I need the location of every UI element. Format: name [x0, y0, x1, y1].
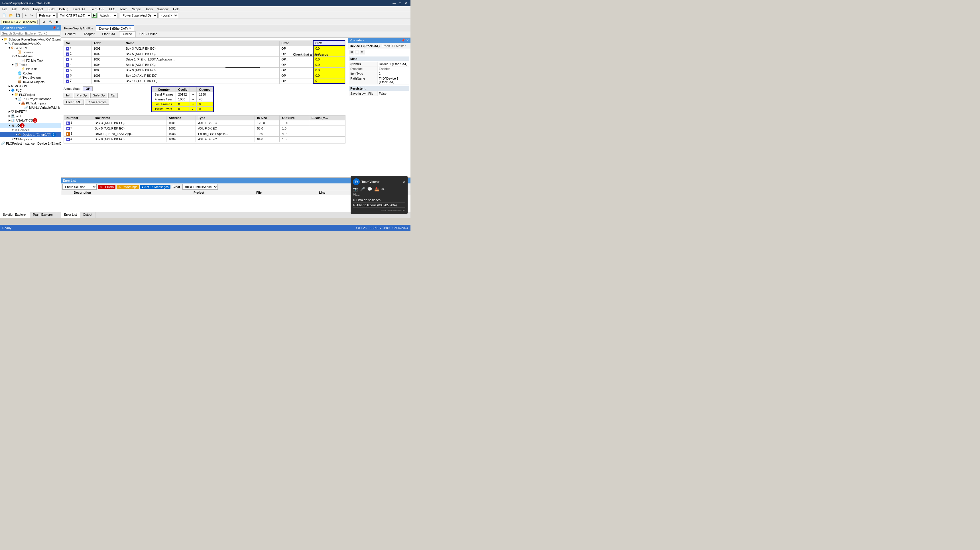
menu-edit[interactable]: Edit	[10, 6, 20, 12]
tree-arrow-rt[interactable]: ▼	[11, 55, 14, 57]
tab-output[interactable]: Output	[80, 212, 95, 218]
device-tab-online[interactable]: Online	[119, 31, 136, 37]
tv-icon-camera[interactable]: 📷	[353, 187, 358, 191]
tree-plctask[interactable]: ⚡ PlcTask	[0, 67, 61, 71]
tree-plcproject[interactable]: ▼ 📁 PLCProject	[0, 92, 61, 97]
tree-mappings[interactable]: ▼ 🗺 Mappings	[0, 137, 61, 141]
btn-init[interactable]: Init	[64, 93, 73, 98]
tree-solution[interactable]: ▼ 📁 Solution 'PowerSupplyAndIOs' (1 proj…	[0, 37, 61, 41]
menu-build[interactable]: Build	[45, 6, 57, 12]
tree-safety[interactable]: ▶ 🛡 SAFETY	[0, 110, 61, 113]
tree-arrow-solution[interactable]: ▼	[1, 38, 4, 41]
tree-io[interactable]: ▼ 🔌 I/O 1	[0, 123, 61, 128]
error-build-dropdown[interactable]: Build + IntelliSense	[183, 184, 218, 190]
tree-arrow-map[interactable]: ▼	[11, 138, 14, 140]
tv-icon-share[interactable]: 📤	[374, 187, 379, 191]
menu-help[interactable]: Help	[171, 6, 182, 12]
close-button[interactable]: ✕	[403, 2, 408, 5]
tree-arrow-cpp[interactable]: ▶	[8, 115, 11, 117]
tree-analytics[interactable]: ▶ 📊 ANALYTICS 1	[0, 118, 61, 123]
tree-plcinputs[interactable]: ▼ 📥 PlcTask Inputs	[0, 101, 61, 105]
save-button[interactable]: 💾	[15, 13, 21, 18]
tree-arrow-analytics[interactable]: ▶	[8, 119, 11, 122]
se-pin-icon[interactable]: 📌	[52, 26, 56, 30]
menu-project[interactable]: Project	[31, 6, 45, 12]
btn-preop[interactable]: Pre-Op	[74, 93, 89, 98]
target-dropdown[interactable]: <Local>	[158, 13, 178, 18]
tab-team-explorer[interactable]: Team Explorer	[30, 212, 56, 218]
tree-realtime[interactable]: ▼ ⏱ Real-Time	[0, 54, 61, 58]
configuration-dropdown[interactable]: Release	[37, 13, 57, 18]
tree-mainvar[interactable]: 🔗 MAIN.bVariableToLink	[0, 105, 61, 110]
tree-arrow-io2[interactable]: ▼	[8, 124, 11, 127]
menu-plc[interactable]: PLC	[107, 6, 118, 12]
attach-dropdown[interactable]: Attach...	[97, 13, 118, 18]
tree-arrow-ps[interactable]: ▼	[5, 42, 7, 45]
tab-error-list[interactable]: Error List	[61, 212, 80, 218]
tree-arrow-dev1[interactable]: ▼	[15, 133, 18, 136]
tree-license[interactable]: 📜 License	[0, 50, 61, 54]
tree-plcdevice[interactable]: 🔗 PLCProject Instance - Device 1 (EtherC…	[0, 141, 61, 145]
build-btn2[interactable]: 🔨	[48, 19, 54, 24]
tree-cpp[interactable]: ▶ 💻 C++	[0, 113, 61, 118]
tree-plcinstance[interactable]: ▼ 📄 PLCProject Instance	[0, 97, 61, 101]
tree-tccom[interactable]: 📦 TcCOM Objects	[0, 80, 61, 84]
tree-system[interactable]: ▼ ⚙ SYSTEM	[0, 46, 61, 50]
menu-view[interactable]: View	[20, 6, 31, 12]
tree-arrow-plc[interactable]: ▼	[8, 89, 11, 92]
tree-arrow-plcproj[interactable]: ▼	[11, 93, 14, 96]
se-close-icon[interactable]: ✕	[57, 26, 59, 30]
menu-twincat[interactable]: TwinCAT	[71, 6, 88, 12]
tv-icon-pencil[interactable]: ✏	[382, 187, 385, 191]
open-button[interactable]: 📂	[8, 13, 14, 18]
tree-motion[interactable]: ▶ ⚙ MOTION	[0, 84, 61, 88]
menu-window[interactable]: Window	[155, 6, 171, 12]
props-btn2[interactable]: ⊟	[355, 49, 360, 54]
menu-twinsafe[interactable]: TwinSAFE	[88, 6, 107, 12]
search-input[interactable]	[0, 31, 60, 36]
tree-arrow-inputs[interactable]: ▼	[18, 102, 21, 105]
tree-ioidletask[interactable]: 📋 I/O Idle Task	[0, 58, 61, 62]
menu-team[interactable]: Team	[118, 6, 130, 12]
tv-close-button[interactable]: ✕	[403, 180, 405, 184]
minimize-button[interactable]: —	[391, 2, 397, 5]
menu-tools[interactable]: Tools	[143, 6, 155, 12]
tree-arrow-plcinst[interactable]: ▼	[15, 97, 18, 100]
tv-icon-mic[interactable]: 🎤	[360, 187, 365, 191]
undo-button[interactable]: ↩	[24, 13, 29, 18]
menu-debug[interactable]: Debug	[57, 6, 70, 12]
tree-arrow-motion[interactable]: ▶	[8, 85, 11, 88]
build-btn1[interactable]: ⚙	[41, 19, 46, 24]
tab-solution-explorer[interactable]: Solution Explorer	[0, 212, 30, 218]
redo-button[interactable]: ↪	[29, 13, 34, 18]
tree-tasks[interactable]: ▼ 📋 Tasks	[0, 62, 61, 67]
tv-session-1[interactable]: ▶ Lista de sesiones	[353, 198, 405, 202]
menu-scope[interactable]: Scope	[130, 6, 143, 12]
window-controls[interactable]: — □ ✕	[391, 2, 408, 5]
props-btn3[interactable]: ✏	[360, 49, 365, 54]
run-button[interactable]: ▶	[92, 13, 97, 18]
tree-routes[interactable]: 🌐 Routes	[0, 71, 61, 75]
btn-clear-frames[interactable]: Clear Frames	[85, 100, 109, 105]
tab-device1[interactable]: Device 1 (EtherCAT) ✕	[96, 25, 135, 31]
tab-powersupply[interactable]: PowerSupplyAndIOs	[61, 25, 96, 31]
tab-dev1-close[interactable]: ✕	[129, 27, 131, 30]
btn-op[interactable]: Op	[108, 93, 118, 98]
new-button[interactable]: 📄	[1, 13, 7, 18]
tree-arrow-devices[interactable]: ▼	[11, 129, 14, 132]
tree-powersupply[interactable]: ▼ 🔧 PowerSupplyAndIOs	[0, 41, 61, 46]
tree-device1[interactable]: ▼ 🔌 Device 1 (EtherCAT) 2	[0, 132, 61, 137]
device-tab-coe[interactable]: CoE - Online	[136, 31, 161, 37]
props-btn1[interactable]: ⊞	[349, 49, 354, 54]
device-tab-general[interactable]: General	[61, 31, 80, 37]
props-pin-icon[interactable]: 📌	[401, 38, 405, 42]
menu-file[interactable]: File	[0, 6, 10, 12]
build-btn3[interactable]: ▶	[55, 19, 60, 24]
platform-dropdown[interactable]: TwinCAT RT (x64)	[57, 13, 92, 18]
tree-arrow-tasks[interactable]: ▼	[11, 63, 14, 66]
tree-plc[interactable]: ▼ 🔷 PLC	[0, 88, 61, 92]
btn-safeop[interactable]: Safe-Op	[91, 93, 107, 98]
error-clear-btn[interactable]: Clear	[172, 185, 181, 189]
props-close-icon[interactable]: ✕	[406, 38, 409, 42]
tree-typesystem[interactable]: 📝 Type System	[0, 75, 61, 80]
